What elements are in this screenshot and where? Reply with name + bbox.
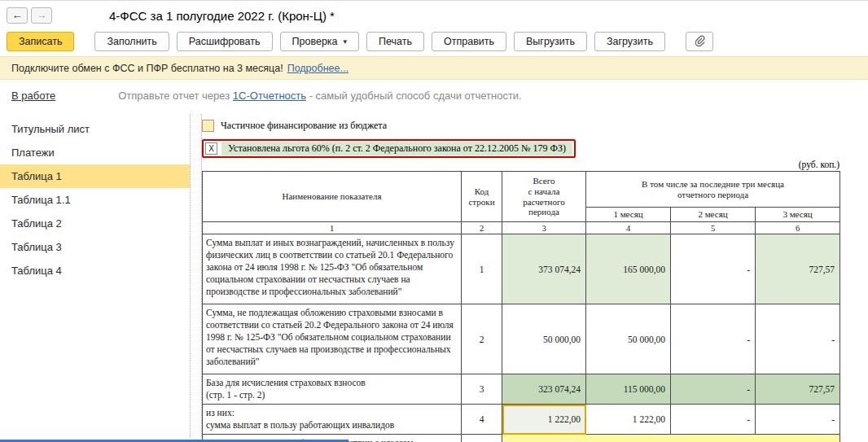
col-header-code: Код строки <box>462 172 502 222</box>
status-row: В работе Отправьте отчет через 1С-Отчетн… <box>0 80 868 111</box>
table-header-row: Наименование показателя Код строки Всего… <box>203 172 840 208</box>
col-header-month2: 2 месяц <box>671 208 756 222</box>
row4-name: из них: сумма выплат в пользу работающих… <box>203 405 462 435</box>
decrypt-button[interactable]: Расшифровать <box>177 32 273 51</box>
column-number-row: 1 2 3 4 5 6 <box>203 222 840 234</box>
row5-tariff-cell[interactable]: 0.2 <box>502 435 840 442</box>
row1-code: 1 <box>462 234 502 304</box>
chevron-down-icon: ▾ <box>344 37 348 46</box>
row4-total-cell-focused[interactable]: 1 222,00 <box>502 405 586 435</box>
row1-total-cell[interactable]: 373 074,24 <box>502 234 586 304</box>
row1-month2-cell[interactable]: - <box>671 234 756 304</box>
forward-button[interactable]: → <box>31 7 52 24</box>
row4-month3-cell[interactable]: - <box>756 405 840 435</box>
sidebar-item-table-2[interactable]: Таблица 2 <box>0 212 190 235</box>
export-button[interactable]: Выгрузить <box>514 32 587 51</box>
paperclip-icon <box>694 35 705 49</box>
row1-month1-cell[interactable]: 165 000,00 <box>586 234 671 304</box>
row1-month3-cell[interactable]: 727,57 <box>756 234 840 304</box>
col-header-months-group: В том числе за последние три месяца отче… <box>586 172 840 208</box>
row3-total-cell[interactable]: 323 074,24 <box>502 374 586 405</box>
sidebar-item-table-3[interactable]: Таблица 3 <box>0 235 190 259</box>
col-header-month3: 3 месяц <box>756 208 840 222</box>
sidebar-splitter[interactable] <box>190 114 202 437</box>
report-state-link[interactable]: В работе <box>11 90 55 102</box>
back-arrow-icon: ← <box>12 9 23 21</box>
report-table: Наименование показателя Код строки Всего… <box>202 171 840 442</box>
sidebar-item-payments[interactable]: Платежи <box>0 141 190 164</box>
status-hint-after: - самый удобный способ сдачи отчетности. <box>306 90 522 102</box>
row3-month3-cell[interactable]: 727,57 <box>756 374 840 405</box>
col-number: 3 <box>502 222 586 234</box>
row4-code: 4 <box>462 405 502 435</box>
partial-financing-legend: Частичное финансирование из бюджета <box>202 117 845 134</box>
row2-code: 2 <box>462 304 502 374</box>
row3-month1-cell[interactable]: 115 000,00 <box>586 374 671 405</box>
table-row: Сумма, не подлежащая обложению страховым… <box>203 304 840 374</box>
check-button[interactable]: Проверка ▾ <box>280 32 360 51</box>
sidebar-item-table-4[interactable]: Таблица 4 <box>0 259 190 282</box>
promo-banner: Подключите обмен с ФСС и ПФР бесплатно н… <box>0 56 868 80</box>
app-window: ← → 4-ФСС за 1 полугодие 2022 г. (Крон-Ц… <box>0 0 868 442</box>
report-form: Частичное финансирование из бюджета X Ус… <box>202 111 845 440</box>
content-area: Титульный лист Платежи Таблица 1 Таблица… <box>0 111 868 440</box>
sidebar-item-table-1[interactable]: Таблица 1 <box>0 164 190 188</box>
partial-financing-swatch <box>202 120 214 132</box>
row3-month2-cell[interactable]: - <box>671 374 756 405</box>
table-row: База для исчисления страховых взносов (с… <box>203 374 840 405</box>
titlebar: ← → 4-ФСС за 1 полугодие 2022 г. (Крон-Ц… <box>0 1 868 27</box>
row2-total-cell[interactable]: 50 000,00 <box>502 304 586 374</box>
row3-code: 3 <box>462 374 502 405</box>
back-button[interactable]: ← <box>7 7 28 24</box>
row1-name: Сумма выплат и иных вознаграждений, начи… <box>203 234 462 304</box>
row5-code: 5 <box>462 435 502 442</box>
promo-more-link[interactable]: Подробнее... <box>287 63 349 74</box>
attach-button[interactable] <box>686 32 713 51</box>
save-button[interactable]: Записать <box>7 32 74 51</box>
partial-financing-label: Частичное финансирование из бюджета <box>221 120 387 132</box>
col-header-total: Всего с начала расчетного периода <box>502 172 586 222</box>
promo-text: Подключите обмен с ФСС и ПФР бесплатно н… <box>11 63 283 74</box>
col-header-month1: 1 месяц <box>586 208 671 222</box>
col-number: 5 <box>671 222 756 234</box>
table-row: из них: сумма выплат в пользу работающих… <box>203 405 840 435</box>
import-button[interactable]: Загрузить <box>594 32 665 51</box>
col-number: 6 <box>756 222 840 234</box>
row2-month2-cell[interactable]: - <box>671 304 756 374</box>
row2-month1-cell[interactable]: 50 000,00 <box>586 304 671 374</box>
send-button[interactable]: Отправить <box>432 32 506 51</box>
row2-month3-cell[interactable]: - <box>756 304 840 374</box>
row4-month1-cell[interactable]: 1 222,00 <box>586 405 671 435</box>
sidebar-item-title-page[interactable]: Титульный лист <box>0 117 190 141</box>
col-number: 1 <box>203 222 462 234</box>
col-header-name: Наименование показателя <box>203 172 462 222</box>
check-button-label: Проверка <box>292 36 338 47</box>
units-label: (руб. коп.) <box>202 160 840 169</box>
print-button[interactable]: Печать <box>366 32 424 51</box>
status-hint-before: Отправьте отчет через <box>118 90 233 102</box>
table-row: Сумма выплат и иных вознаграждений, начи… <box>203 234 840 304</box>
row4-month2-cell[interactable]: - <box>671 405 756 435</box>
row3-name: База для исчисления страховых взносов (с… <box>203 374 462 405</box>
benefit-row-highlight: X Установлена льгота 60% (п. 2 ст. 2 Фед… <box>202 139 576 158</box>
sidebar-item-table-1-1[interactable]: Таблица 1.1 <box>0 188 190 212</box>
col-number: 4 <box>586 222 671 234</box>
benefit-label: Установлена льгота 60% (п. 2 ст. 2 Федер… <box>221 142 572 155</box>
toolbar: Записать Заполнить Расшифровать Проверка… <box>0 27 868 56</box>
section-sidebar: Титульный лист Платежи Таблица 1 Таблица… <box>0 111 190 440</box>
forward-arrow-icon: → <box>37 9 47 21</box>
benefit-checkbox[interactable]: X <box>205 142 217 155</box>
reporting-service-link[interactable]: 1С-Отчетность <box>233 90 306 102</box>
status-hint: Отправьте отчет через 1С-Отчетность - са… <box>118 90 522 102</box>
row2-name: Сумма, не подлежащая обложению страховым… <box>203 304 462 374</box>
fill-button[interactable]: Заполнить <box>94 32 169 51</box>
col-number: 2 <box>462 222 502 234</box>
page-title: 4-ФСС за 1 полугодие 2022 г. (Крон-Ц) * <box>109 9 335 23</box>
